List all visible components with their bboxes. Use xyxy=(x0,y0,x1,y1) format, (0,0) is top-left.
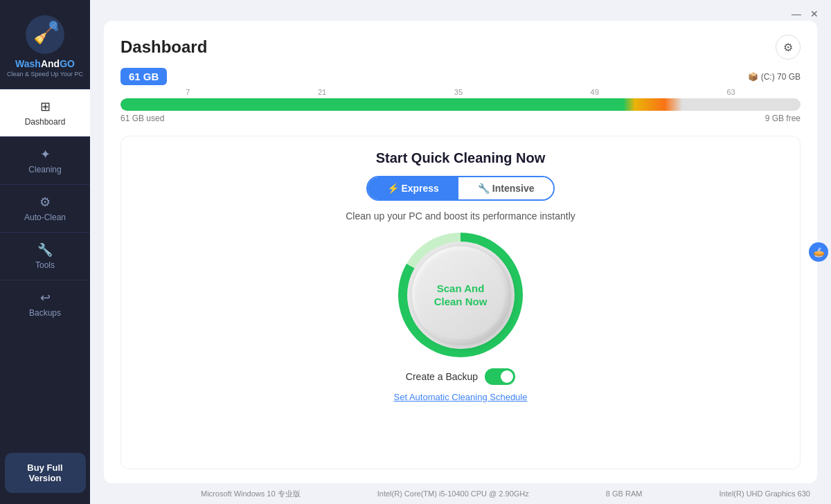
schedule-link[interactable]: Set Automatic Cleaning Schedule xyxy=(394,392,528,402)
disk-section: 61 GB 📦 (C:) 70 GB 7 21 35 49 63 xyxy=(120,68,801,123)
close-button[interactable]: ✕ xyxy=(809,8,820,19)
disk-used-label: 61 GB used xyxy=(120,114,164,123)
disk-label-row: 61 GB 📦 (C:) 70 GB xyxy=(120,68,801,85)
backup-toggle[interactable] xyxy=(485,368,515,385)
backup-label: Create a Backup xyxy=(406,371,478,382)
disk-free-label: 9 GB free xyxy=(765,114,801,123)
status-cpu: Intel(R) Core(TM) i5-10400 CPU @ 2.90GHz xyxy=(377,489,529,498)
logo-icon: 🧹 xyxy=(24,14,66,55)
backups-icon: ↩ xyxy=(40,290,51,305)
page-title: Dashboard xyxy=(120,37,207,57)
sidebar-item-dashboard[interactable]: ⊞ Dashboard xyxy=(0,89,90,136)
disk-progress-bar xyxy=(120,98,801,111)
clean-title: Start Quick Cleaning Now xyxy=(376,150,545,166)
disk-gb-badge: 61 GB xyxy=(120,68,167,85)
clean-section: Start Quick Cleaning Now ⚡ Express 🔧 Int… xyxy=(120,136,801,469)
backup-row: Create a Backup xyxy=(406,368,515,385)
status-ram: 8 GB RAM xyxy=(606,489,643,498)
disk-scale: 7 21 35 49 63 xyxy=(120,88,801,96)
mode-buttons: ⚡ Express 🔧 Intensive xyxy=(366,176,555,201)
sidebar-label-autoclean: Auto-Clean xyxy=(24,213,66,222)
sidebar-label-tools: Tools xyxy=(35,260,55,270)
sidebar-label-backups: Backups xyxy=(29,308,61,318)
buy-full-button[interactable]: Buy Full Version xyxy=(5,453,86,493)
intensive-mode-button[interactable]: 🔧 Intensive xyxy=(458,177,554,199)
dashboard-header: Dashboard ⚙ xyxy=(120,35,801,60)
scan-clean-button[interactable]: Scan And Clean Now xyxy=(412,246,509,343)
sidebar-label-cleaning: Cleaning xyxy=(28,165,61,174)
autoclean-icon: ⚙ xyxy=(39,195,51,210)
scan-button-wrapper: Scan And Clean Now xyxy=(398,233,523,357)
minimize-button[interactable]: — xyxy=(791,8,802,19)
sidebar: 🧹 WashAndGO Clean & Speed Up Your PC ⊞ D… xyxy=(0,0,90,504)
dashboard-icon: ⊞ xyxy=(40,99,51,114)
clean-description: Clean up your PC and boost its performan… xyxy=(346,210,575,222)
status-gpu: Intel(R) UHD Graphics 630 xyxy=(720,489,810,498)
logo-area: 🧹 WashAndGO Clean & Speed Up Your PC xyxy=(7,0,83,89)
settings-button[interactable]: ⚙ xyxy=(776,35,801,60)
status-os: Microsoft Windows 10 专业版 xyxy=(201,489,301,499)
app-subtitle: Clean & Speed Up Your PC xyxy=(7,71,83,78)
scroll-hint[interactable]: 🥧 xyxy=(809,242,828,262)
scan-button-text-line2: Clean Now xyxy=(434,295,488,309)
app-name: WashAndGO xyxy=(15,58,75,69)
status-bar: Microsoft Windows 10 专业版 Intel(R) Core(T… xyxy=(180,483,831,504)
main-content: Dashboard ⚙ 61 GB 📦 (C:) 70 GB 7 21 35 xyxy=(90,0,831,504)
sidebar-item-tools[interactable]: 🔧 Tools xyxy=(0,232,90,280)
gear-icon: ⚙ xyxy=(783,41,793,54)
disk-stats-row: 61 GB used 9 GB free xyxy=(120,114,801,123)
express-mode-button[interactable]: ⚡ Express xyxy=(368,177,458,199)
dashboard-panel: Dashboard ⚙ 61 GB 📦 (C:) 70 GB 7 21 35 xyxy=(104,21,817,483)
svg-point-3 xyxy=(54,27,58,31)
cleaning-icon: ✦ xyxy=(40,147,51,162)
disk-progress-fill xyxy=(120,98,712,111)
sidebar-item-backups[interactable]: ↩ Backups xyxy=(0,280,90,327)
sidebar-item-autoclean[interactable]: ⚙ Auto-Clean xyxy=(0,184,90,232)
drive-label: 📦 (C:) 70 GB xyxy=(748,72,801,82)
scan-button-text-line1: Scan And xyxy=(437,282,485,296)
sidebar-item-cleaning[interactable]: ✦ Cleaning xyxy=(0,136,90,184)
tools-icon: 🔧 xyxy=(37,242,53,258)
sidebar-label-dashboard: Dashboard xyxy=(25,117,66,127)
window-controls: — ✕ xyxy=(791,8,820,19)
